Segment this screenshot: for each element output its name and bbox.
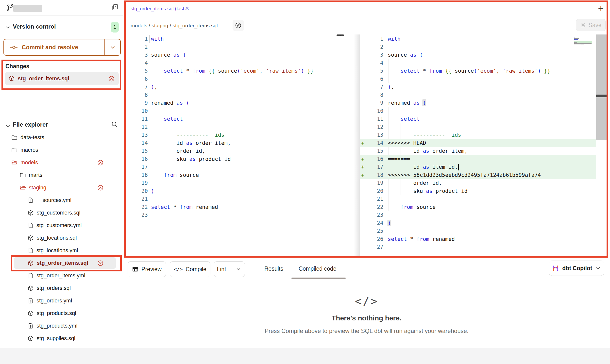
code-line-10[interactable]: 10 [360, 107, 596, 115]
code-line-2[interactable]: 2 [125, 43, 341, 51]
code-line-3[interactable]: 3source as ( [360, 51, 596, 59]
diff-gutter [360, 115, 366, 123]
code-line-27[interactable]: 27 [360, 243, 596, 251]
code-line-7[interactable]: 7), [125, 83, 341, 91]
code-line-13[interactable]: 13 ---------- ids [360, 131, 596, 139]
lint-dropdown-button[interactable] [232, 262, 245, 277]
branch-name-redacted [13, 5, 42, 12]
code-line-22[interactable]: 22select * from renamed [125, 203, 341, 211]
file-explorer-item-staging[interactable]: staging [0, 182, 123, 194]
code-line-19[interactable]: 19 order_id, [360, 179, 596, 187]
file-explorer-item-models[interactable]: models [0, 157, 123, 168]
code-line-14[interactable]: 14 id as order_item, [125, 139, 341, 147]
code-line-25[interactable]: 25 [360, 227, 596, 235]
file-explorer-item-stg-customers-sql[interactable]: stg_customers.sql [0, 207, 123, 219]
file-explorer-item-stg-order-items-sql[interactable]: stg_order_items.sql [0, 257, 123, 269]
code-line-16[interactable]: 16 sku as product_id [125, 155, 341, 163]
code-line-20[interactable]: 20 sku as product_id [360, 187, 596, 195]
code-line-13[interactable]: 13 ---------- ids [125, 131, 341, 139]
copy-icon[interactable] [111, 3, 119, 11]
save-button[interactable]: Save [576, 19, 606, 31]
commit-and-resolve-button[interactable]: Commit and resolve [3, 39, 121, 56]
vertical-scrollbar-thumb[interactable] [596, 95, 607, 97]
compile-button[interactable]: </> Compile [170, 261, 210, 277]
code-line-21[interactable]: 21 [125, 195, 341, 203]
code-line-17[interactable]: 17 [125, 163, 341, 171]
code-line-16[interactable]: +16======= [360, 155, 596, 163]
vertical-scrollbar[interactable] [596, 34, 607, 140]
commit-dropdown-button[interactable] [104, 39, 120, 55]
code-line-6[interactable]: 6 [125, 75, 341, 83]
file-explorer-item-stg-locations-yml[interactable]: stg_locations.yml [0, 245, 123, 256]
file-explorer-item-stg-supplies-sql[interactable]: stg_supplies.sql [0, 332, 123, 344]
dbt-copilot-button[interactable]: dbt Copilot [549, 261, 604, 276]
code-line-8[interactable]: 8 [360, 91, 596, 99]
file-explorer-item-stg-orders-yml[interactable]: stg_orders.yml [0, 295, 123, 307]
preview-button[interactable]: Preview [128, 261, 166, 277]
chevron-down-icon[interactable] [5, 123, 11, 129]
code-line-23[interactable]: 23 [360, 211, 596, 219]
new-tab-button[interactable]: + [595, 2, 607, 15]
file-explorer-item-stg-products-sql[interactable]: stg_products.sql [0, 307, 123, 319]
code-line-7[interactable]: 7), [360, 83, 596, 91]
code-line-15[interactable]: 15 id as order_item, [360, 147, 596, 155]
code-line-11[interactable]: 11 select [360, 115, 596, 123]
code-line-12[interactable]: 12 [360, 123, 596, 131]
code-line-10[interactable]: 10 [125, 107, 341, 115]
editor-pane-modified[interactable]: 1with23source as (45 select * from {{ so… [360, 35, 596, 251]
file-explorer-item-stg-orders-sql[interactable]: stg_orders.sql [0, 282, 123, 294]
code-line-5[interactable]: 5 select * from {{ source('ecom', 'raw_i… [360, 67, 596, 75]
file-explorer-item-stg-order-items-yml[interactable]: stg_order_items.yml [0, 270, 123, 281]
discard-change-icon[interactable] [97, 260, 104, 266]
close-icon[interactable]: ✕ [185, 5, 189, 12]
chevron-down-icon[interactable] [5, 25, 11, 31]
discard-change-icon[interactable] [108, 75, 115, 82]
code-line-3[interactable]: 3source as ( [125, 51, 341, 59]
editor-pane-original[interactable]: 1with23source as (45 select * from {{ so… [125, 35, 341, 219]
code-line-5[interactable]: 5 select * from {{ source('ecom', 'raw_i… [125, 67, 341, 75]
discard-change-icon[interactable] [97, 159, 104, 166]
file-explorer-item-stg-products-yml[interactable]: stg_products.yml [0, 320, 123, 332]
tab-stg-order-items[interactable]: stg_order_items.sql (last c... ✕ [125, 0, 196, 17]
tab-compiled-code[interactable]: Compiled code [299, 265, 336, 272]
changes-section-label: Changes [5, 63, 29, 70]
code-line-4[interactable]: 4 [125, 59, 341, 67]
code-line-18[interactable]: +18>>>>>>> 58c1dd23d5eebd9cd2495fa7124ab… [360, 171, 596, 179]
code-line-17[interactable]: +17 id as item_id, [360, 163, 596, 171]
code-line-6[interactable]: 6 [360, 75, 596, 83]
code-line-1[interactable]: 1with [360, 35, 596, 43]
minimap[interactable] [574, 33, 592, 49]
search-icon[interactable] [111, 121, 118, 128]
code-line-14[interactable]: +14<<<<<<< HEAD [360, 139, 596, 147]
code-line-9[interactable]: 9renamed as ( [125, 99, 341, 107]
code-line-4[interactable]: 4 [360, 59, 596, 67]
code-line-23[interactable]: 23 [125, 211, 341, 219]
lint-button[interactable]: Lint [214, 261, 245, 277]
file-explorer-item-marts[interactable]: marts [0, 169, 123, 181]
file-name: staging [29, 184, 123, 191]
code-line-2[interactable]: 2 [360, 43, 596, 51]
file-explorer-item--sources-yml[interactable]: __sources.yml [0, 194, 123, 206]
code-line-19[interactable]: 19 [125, 179, 341, 187]
code-line-1[interactable]: 1with [125, 35, 341, 43]
file-explorer-item-macros[interactable]: macros [0, 144, 123, 156]
code-line-21[interactable]: 21 [360, 195, 596, 203]
code-text: order_id, [151, 147, 205, 155]
code-line-20[interactable]: 20) [125, 187, 341, 195]
file-explorer-item-stg-customers-yml[interactable]: stg_customers.yml [0, 219, 123, 231]
code-line-8[interactable]: 8 [125, 91, 341, 99]
code-line-12[interactable]: 12 [125, 123, 341, 131]
file-explorer-item-data-tests[interactable]: data-tests [0, 132, 123, 143]
tab-results[interactable]: Results [264, 265, 283, 272]
code-line-24[interactable]: 24) [360, 219, 596, 227]
file-explorer-item-stg-locations-sql[interactable]: stg_locations.sql [0, 232, 123, 244]
changed-file-row[interactable]: stg_order_items.sql [5, 72, 119, 85]
code-line-18[interactable]: 18 from source [125, 171, 341, 179]
code-line-26[interactable]: 26select * from renamed [360, 235, 596, 243]
code-line-9[interactable]: 9renamed as ( [360, 99, 596, 107]
code-line-15[interactable]: 15 order_id, [125, 147, 341, 155]
code-line-22[interactable]: 22 from source [360, 203, 596, 211]
code-line-11[interactable]: 11 select [125, 115, 341, 123]
lineage-compass-button[interactable] [233, 20, 244, 31]
discard-change-icon[interactable] [97, 184, 104, 191]
